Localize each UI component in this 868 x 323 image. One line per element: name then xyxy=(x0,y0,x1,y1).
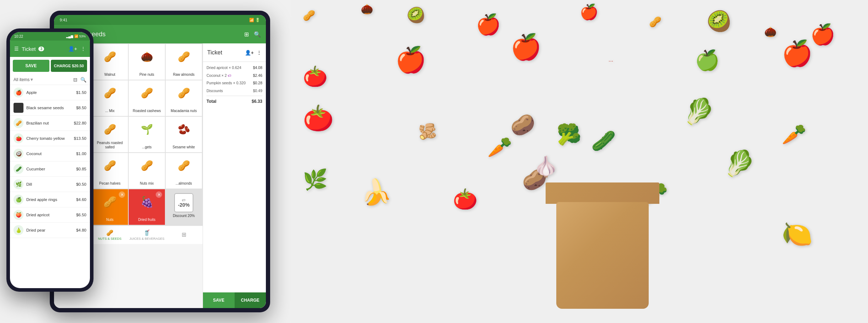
phone-actions: SAVE CHARGE $20.50 xyxy=(10,57,90,75)
phone-network-icon: ▂▄▆ xyxy=(66,35,73,38)
ticket-item-dried-apricot: Dried apricot × 0.624 $4.08 xyxy=(207,65,262,70)
phone-time: 10:22 xyxy=(14,35,23,38)
nut-item-sesame[interactable]: 🫘 Sesame white xyxy=(166,117,202,152)
dried-pear-icon: 🍐 xyxy=(14,225,23,235)
nut-item-roasted-cashews[interactable]: 🥜 Roasted cashews xyxy=(129,80,165,116)
phone-hamburger-icon[interactable]: ☰ xyxy=(14,46,19,52)
nut-item-walnut[interactable]: 🥜 Walnut xyxy=(92,44,128,80)
phone-ticket-badge: 3 xyxy=(38,47,44,51)
food-apple-green-2: 🍏 xyxy=(695,48,720,72)
phone-list-item-apple[interactable]: 🍎 Apple $1.50 xyxy=(10,85,90,100)
phone-list-item-cucumber[interactable]: 🥒 Cucumber $0.85 xyxy=(10,162,90,177)
food-apple-red-big-2: 🍎 xyxy=(510,32,541,62)
food-almond: 🌰 xyxy=(764,26,777,38)
nut-item-macadamia[interactable]: 🥜 Macadamia nuts xyxy=(166,80,202,116)
nut-item-peanuts[interactable]: 🥜 Peanuts roasted salted xyxy=(92,117,128,152)
phone-list-item-brazilian-nut[interactable]: 🥜 Brazilian nut $22.80 xyxy=(10,116,90,131)
nut-item-dried-fruits[interactable]: ✕ 🍇 Dried fruits xyxy=(129,189,165,225)
food-kiwi-2: 🥝 xyxy=(707,10,732,33)
ticket-title: Ticket xyxy=(207,49,222,56)
phone-filter-label: All items xyxy=(14,77,30,82)
food-cucumber: 🥒 xyxy=(591,129,616,153)
nut-item-nuts-category[interactable]: ✕ 🥜 Nuts xyxy=(92,189,128,225)
phone-barcode-icon[interactable]: ⊟ xyxy=(73,77,77,83)
apple-icon: 🍎 xyxy=(14,88,23,97)
nut-item-nuts-mix[interactable]: 🥜 Nuts mix xyxy=(129,153,165,189)
phone-save-button[interactable]: SAVE xyxy=(13,60,49,72)
phone-wifi-icon: 📶 xyxy=(74,35,78,38)
food-ginger: 🫚 xyxy=(418,123,437,140)
ticket-item-pumpkin: Pumpkin seeds × 0.320 $0.28 xyxy=(207,81,262,86)
tab-grid[interactable]: ⊞ xyxy=(166,226,203,244)
cucumber-icon: 🥒 xyxy=(14,164,23,174)
phone-list-item-dried-apple[interactable]: 🍏 Dried apple rings $4.60 xyxy=(10,192,90,207)
food-cashews-1: 🥜 xyxy=(303,10,315,21)
food-celery: 🥬 xyxy=(724,149,755,178)
nut-item-pecan[interactable]: 🥜 Pecan halves xyxy=(92,153,128,189)
nut-item-raw-almonds[interactable]: 🥜 Raw almonds xyxy=(166,44,202,80)
food-lentils: ··· xyxy=(609,58,613,64)
black-sesame-icon xyxy=(14,103,23,113)
food-lemon: 🍋 xyxy=(782,219,813,249)
food-tomato-1: 🍅 xyxy=(303,65,328,88)
food-canvas: 🥜 🌰 🥝 🍎 🍎 🥜 🥝 🌰 🍎 🍅 🍎 🍎 ··· 🍏 🍎 🍅 🫚 🥔 🥒 … xyxy=(291,0,868,323)
ticket-discounts: Discounts $0.49 xyxy=(207,89,262,93)
tab-nuts-seeds[interactable]: 🥜 NUTS & SEEDS xyxy=(91,226,129,244)
phone-filter-bar: All items ▼ ⊟ 🔍 xyxy=(10,75,90,85)
phone-status-bar: 10:22 ▂▄▆ 📶 53% xyxy=(10,32,90,41)
phone: 10:22 ▂▄▆ 📶 53% ☰ Ticket 3 👤+ ⋮ xyxy=(6,28,93,292)
ticket-actions: SAVE CHARGE xyxy=(203,292,266,308)
phone-list-item-dill[interactable]: 🌿 Dill $0.50 xyxy=(10,177,90,192)
phone-ticket-title: Ticket xyxy=(22,46,36,52)
ticket-item-coconut: Coconut × 2 🏷 $2.46 xyxy=(207,73,262,78)
phone-list-item-coconut[interactable]: 🥥 Coconut $1.00 xyxy=(10,146,90,162)
nut-item-targets[interactable]: 🌱 ...gets xyxy=(129,117,165,152)
food-apple-green-1: 🍎 xyxy=(810,23,835,46)
food-in-bag-2: 🧄 xyxy=(534,155,558,179)
food-lettuce: 🥬 xyxy=(684,97,714,126)
food-apple-red-big: 🍎 xyxy=(395,45,426,74)
ticket-charge-button[interactable]: CHARGE xyxy=(235,292,266,308)
tablet-signal: 📶 🔋 xyxy=(249,18,260,22)
scan-icon[interactable]: ⊞ xyxy=(244,31,249,38)
food-nuts-scatter: 🥜 xyxy=(649,16,661,28)
ticket-header: Ticket 👤+ ⋮ xyxy=(203,43,266,62)
search-icon[interactable]: 🔍 xyxy=(254,31,261,38)
bag-body xyxy=(556,202,649,309)
filter-arrow-icon[interactable]: ▼ xyxy=(30,77,34,82)
nut-item-discount[interactable]: 🏷 -20% Discount 20% xyxy=(166,189,202,225)
tablet-status-bar: 9:41 📶 🔋 xyxy=(54,15,266,25)
phone-add-customer-icon[interactable]: 👤+ xyxy=(68,46,77,52)
food-cashews-2: 🌰 xyxy=(361,3,373,15)
phone-screen: 10:22 ▂▄▆ 📶 53% ☰ Ticket 3 👤+ ⋮ xyxy=(10,32,90,288)
food-tomato-3: 🍅 xyxy=(453,187,478,211)
nut-item-almonds2[interactable]: 🥜 ...almonds xyxy=(166,153,202,189)
phone-charge-button[interactable]: CHARGE $20.50 xyxy=(51,60,87,72)
dill-icon: 🌿 xyxy=(14,179,23,189)
ticket-save-button[interactable]: SAVE xyxy=(203,292,235,308)
phone-list-item-black-sesame[interactable]: Black sesame seeds $8.50 xyxy=(10,100,90,116)
food-banana: 🍌 xyxy=(361,178,392,207)
phone-list-item-dried-pear[interactable]: 🍐 Dried pear $4.80 xyxy=(10,223,90,238)
paper-bag xyxy=(546,174,659,309)
food-in-bag-1: 🥕 xyxy=(487,136,512,159)
ticket-items: Dried apricot × 0.624 $4.08 Coconut × 2 … xyxy=(203,62,266,292)
food-kiwi-1: 🥝 xyxy=(407,6,425,24)
nut-item-mix[interactable]: 🥜 ... Mix xyxy=(92,80,128,116)
grocery-section: 🥜 🌰 🥝 🍎 🍎 🥜 🥝 🌰 🍎 🍅 🍎 🍎 ··· 🍏 🍎 🍅 🫚 🥔 🥒 … xyxy=(291,0,868,323)
phone-more-icon[interactable]: ⋮ xyxy=(81,46,86,52)
tab-juices[interactable]: 🥤 JUICES & BEVERAGES xyxy=(128,226,166,244)
add-customer-icon[interactable]: 👤+ xyxy=(245,50,254,55)
ticket-total: Total $6.33 xyxy=(207,96,262,104)
phone-search-icon[interactable]: 🔍 xyxy=(80,77,86,83)
phone-list-item-cherry-tomato[interactable]: 🍅 Cherry tomato yellow $13.50 xyxy=(10,131,90,146)
food-apple-red-2: 🍎 xyxy=(580,3,598,21)
bag-top xyxy=(546,182,659,204)
ticket-panel: Ticket 👤+ ⋮ Dried apricot × 0.624 $4.08 … xyxy=(203,43,266,308)
nut-item-pine-nuts[interactable]: 🌰 Pine nuts xyxy=(129,44,165,80)
phone-list-item-dried-apricot[interactable]: 🍑 Dried apricot $6.50 xyxy=(10,207,90,223)
food-tomato-2: 🍅 xyxy=(303,104,334,133)
tablet-time: 9:41 xyxy=(60,18,67,22)
more-options-icon[interactable]: ⋮ xyxy=(257,50,262,55)
food-apple-red-1: 🍎 xyxy=(476,13,501,36)
